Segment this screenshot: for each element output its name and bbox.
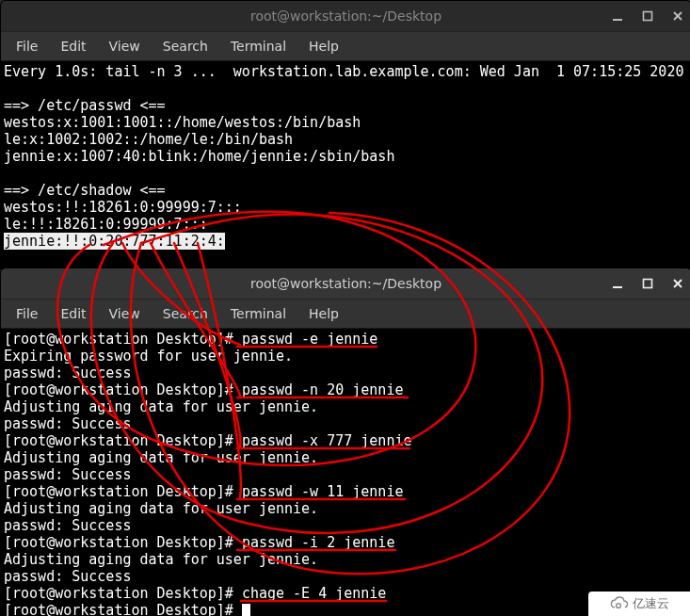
menubar-2: File Edit View Search Terminal Help: [1, 300, 690, 329]
watermark-text: 亿速云: [633, 595, 669, 612]
prompt: [root@workstation Desktop]#: [4, 331, 242, 348]
menu-edit[interactable]: Edit: [51, 35, 95, 57]
watermark: 亿速云: [588, 592, 690, 616]
terminal-output-1[interactable]: Every 1.0s: tail -n 3 ... workstation.la…: [1, 61, 690, 251]
term1-line: le:x:1002:1002::/home/le:/bin/bash: [4, 131, 293, 148]
maximize-button[interactable]: [638, 7, 657, 25]
menubar-1: File Edit View Search Terminal Help: [1, 32, 690, 61]
cmd: passwd -e jennie: [242, 331, 378, 348]
close-button[interactable]: [668, 274, 687, 293]
menu-help[interactable]: Help: [299, 35, 348, 57]
cmd: passwd -w 11 jennie: [242, 483, 404, 500]
menu-search[interactable]: Search: [153, 35, 217, 57]
cmd: chage -E 4 jennie: [242, 585, 387, 602]
output-line: Expiring password for user jennie.: [4, 348, 293, 365]
cursor-icon: [242, 604, 250, 616]
window-controls-2: [608, 268, 687, 299]
window-title-1: root@workstation:~/Desktop: [250, 8, 441, 24]
output-line: passwd: Success: [4, 568, 131, 585]
minimize-button[interactable]: [608, 7, 627, 25]
terminal-output-2[interactable]: [root@workstation Desktop]# passwd -e je…: [1, 329, 690, 616]
window-controls-1: [608, 1, 687, 31]
cmd: passwd -x 777 jennie: [242, 432, 412, 449]
prompt: [root@workstation Desktop]#: [4, 585, 242, 602]
terminal-window-2: root@workstation:~/Desktop File Edit Vie…: [0, 267, 690, 616]
terminal-window-1: root@workstation:~/Desktop File Edit Vie…: [0, 0, 690, 269]
term1-line: Every 1.0s: tail -n 3 ... workstation.la…: [4, 63, 683, 80]
svg-point-14: [617, 604, 621, 608]
menu-file[interactable]: File: [7, 35, 47, 57]
prompt: [root@workstation Desktop]#: [4, 602, 242, 616]
output-line: Adjusting aging data for user jennie.: [4, 551, 318, 568]
term1-line-highlight: jennie:!!:0:20:777:11:2:4:: [4, 233, 225, 250]
term1-line: westos:!!:18261:0:99999:7:::: [4, 199, 242, 216]
titlebar-2[interactable]: root@workstation:~/Desktop: [1, 268, 690, 300]
output-line: passwd: Success: [4, 517, 131, 534]
output-line: Adjusting aging data for user jennie.: [4, 449, 318, 466]
term1-line: ==> /etc/passwd <==: [4, 97, 166, 114]
menu-view[interactable]: View: [100, 35, 150, 57]
window-title-2: root@workstation:~/Desktop: [250, 276, 441, 291]
menu-view[interactable]: View: [100, 302, 150, 325]
prompt: [root@workstation Desktop]#: [4, 381, 242, 398]
cmd: passwd -i 2 jennie: [242, 534, 395, 551]
prompt: [root@workstation Desktop]#: [4, 432, 242, 449]
term1-line: ==> /etc/shadow <==: [4, 182, 166, 199]
output-line: passwd: Success: [4, 466, 131, 483]
minimize-button[interactable]: [608, 274, 627, 293]
menu-terminal[interactable]: Terminal: [221, 35, 296, 57]
term1-line: westos:x:1001:1001::/home/westos:/bin/ba…: [4, 114, 361, 131]
svg-rect-5: [644, 280, 652, 288]
maximize-button[interactable]: [638, 274, 657, 293]
cmd: passwd -n 20 jennie: [242, 381, 404, 398]
term1-line: le:!!:18261:0:99999:7:::: [4, 216, 208, 233]
output-line: Adjusting aging data for user jennie.: [4, 500, 318, 517]
menu-search[interactable]: Search: [153, 302, 217, 325]
menu-terminal[interactable]: Terminal: [221, 302, 296, 325]
svg-rect-1: [644, 12, 652, 21]
output-line: Adjusting aging data for user jennie.: [4, 398, 318, 415]
prompt: [root@workstation Desktop]#: [4, 534, 242, 551]
term1-line: jennie:x:1007:40:blink:/home/jennie:/sbi…: [4, 148, 394, 165]
output-line: passwd: Success: [4, 365, 131, 381]
menu-help[interactable]: Help: [299, 302, 348, 325]
output-line: passwd: Success: [4, 415, 131, 432]
menu-edit[interactable]: Edit: [51, 302, 95, 325]
cloud-icon: [609, 596, 630, 611]
prompt: [root@workstation Desktop]#: [4, 483, 242, 500]
menu-file[interactable]: File: [7, 302, 47, 325]
titlebar-1[interactable]: root@workstation:~/Desktop: [1, 1, 690, 32]
close-button[interactable]: [668, 7, 687, 25]
